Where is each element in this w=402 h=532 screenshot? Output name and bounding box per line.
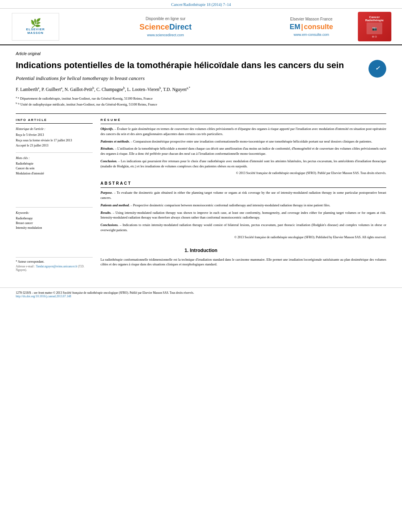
col-left: INFO ARTICLE Historique de l'article : R… bbox=[16, 118, 93, 240]
crossmark-icon: ✓ bbox=[368, 60, 386, 78]
conclusions-text: – Indications to retain intensity-modula… bbox=[100, 223, 386, 232]
article-content: Article original Indications potentielle… bbox=[0, 45, 402, 280]
journal-logo-box: Cancer Radiothérapie 📷 ⊞ ⊡ bbox=[358, 12, 391, 41]
keyword-en-2: Breast cancer bbox=[16, 221, 93, 225]
intro-section: 1. Introduction * Auteur correspondant. … bbox=[16, 248, 386, 272]
conclusions-label: Conclusions. bbox=[100, 223, 119, 227]
results-paragraph: Results. – Using intensity-modulated rad… bbox=[100, 210, 386, 221]
keywords-section-fr: Mots clés : Radiothérapie Cancer du sein… bbox=[16, 152, 93, 176]
keyword-fr-1: Radiothérapie bbox=[16, 161, 93, 166]
header-left: 🌿 ELSEVIER MASSON bbox=[8, 13, 63, 41]
patientes-label: Patientes et méthode. bbox=[100, 139, 130, 143]
page-wrapper: Cancer/Radiothérapie 18 (2014) 7–14 🌿 EL… bbox=[0, 0, 402, 532]
header-journal-logo: Cancer Radiothérapie 📷 ⊞ ⊡ bbox=[355, 12, 394, 41]
article-title-fr: Indications potentielles de la tomothéra… bbox=[16, 60, 386, 71]
sciencedirect-logo: ScienceDirect bbox=[140, 22, 192, 32]
available-label: Disponible en ligne sur bbox=[145, 17, 185, 21]
footer-doi[interactable]: http://dx.doi.org/10.1016/j.canrad.2013.… bbox=[16, 295, 386, 298]
header-right-em: Elsevier Masson France EM | consulte www… bbox=[268, 17, 355, 37]
intro-text-col: La radiothérapie conformationnelle tridi… bbox=[100, 257, 386, 272]
elsevier-brand: ELSEVIER bbox=[26, 28, 45, 31]
results-label: Results. bbox=[100, 211, 112, 215]
masson-brand: MASSON bbox=[27, 31, 43, 35]
keywords-label-en: Keywords: bbox=[16, 211, 93, 215]
purpose-label: Purpose. bbox=[100, 191, 113, 195]
affiliations: a ᵃ Département de radiothérapie, instit… bbox=[16, 96, 386, 107]
history-label: Historique de l'article : bbox=[16, 127, 93, 131]
footnote-asterisk: * Auteur correspondant. bbox=[16, 260, 93, 263]
accepted-date: Accepté le 23 juillet 2013 bbox=[16, 143, 93, 148]
keyword-fr-3: Modulation d'intensité bbox=[16, 171, 93, 176]
footnote-email: Adresse e-mail : Tandat.nguyen@reims.uni… bbox=[16, 265, 93, 272]
journal-citation: Cancer/Radiothérapie 18 (2014) 7–14 bbox=[171, 2, 231, 7]
intro-header: 1. Introduction bbox=[16, 248, 386, 253]
copyright-fr: © 2013 Société française de radiothérapi… bbox=[100, 171, 386, 176]
patients-text: – Prospective dosimetric comparison betw… bbox=[130, 203, 330, 207]
em-url: www.em-consulte.com bbox=[294, 33, 329, 37]
abstract-en-header: ABSTRACT bbox=[100, 180, 386, 188]
resultats-label: Résultats. bbox=[100, 146, 114, 150]
objectifs-paragraph: Objectifs. – Évaluer le gain dosimétriqu… bbox=[100, 126, 386, 137]
em-title: Elsevier Masson France bbox=[290, 17, 332, 21]
two-col-layout: INFO ARTICLE Historique de l'article : R… bbox=[16, 118, 386, 240]
em-consulte-logo: EM | consulte bbox=[290, 23, 333, 31]
purpose-paragraph: Purpose. – To evaluate the dosimetric ga… bbox=[100, 190, 386, 200]
article-type: Article original bbox=[16, 52, 386, 56]
received-date: Reçu le 5 février 2013 bbox=[16, 133, 93, 137]
col-right: RÉSUMÉ Objectifs. – Évaluer le gain dosi… bbox=[100, 118, 386, 240]
affiliation-a: a ᵃ Département de radiothérapie, instit… bbox=[16, 96, 386, 101]
patientes-paragraph: Patientes et méthode. – Comparaison dosi… bbox=[100, 139, 386, 144]
patients-label: Patients and method. bbox=[100, 203, 130, 207]
conclusion-fr-paragraph: Conclusion. – Les indications qui pourra… bbox=[100, 159, 386, 169]
conclusion-fr-label: Conclusion. bbox=[100, 159, 117, 163]
resultats-text: – L'utilisation de la tomothérapie hélic… bbox=[100, 146, 386, 156]
top-link-bar: Cancer/Radiothérapie 18 (2014) 7–14 bbox=[0, 0, 402, 9]
footnote-email-address[interactable]: Tandat.nguyen@reims.unicancer.fr bbox=[36, 265, 77, 268]
received-revised-date: Reçu sous la forme révisée le 17 juillet… bbox=[16, 138, 93, 143]
keywords-label-fr: Mots clés : bbox=[16, 156, 93, 160]
patients-paragraph: Patients and method. – Prospective dosim… bbox=[100, 203, 386, 208]
keywords-section-en: Keywords: Radiotherapy Breast cancer Int… bbox=[16, 207, 93, 230]
copyright-en: © 2013 Société française de radiothérapi… bbox=[100, 235, 386, 240]
page-footer: 1278-3218/$ – see front matter © 2013 So… bbox=[0, 287, 402, 301]
footer-issn: 1278-3218/$ – see front matter © 2013 So… bbox=[16, 291, 386, 295]
keyword-en-1: Radiotherapy bbox=[16, 216, 93, 221]
elsevier-logo: 🌿 ELSEVIER MASSON bbox=[12, 13, 59, 41]
info-article-header: INFO ARTICLE bbox=[16, 118, 93, 124]
purpose-text: – To evaluate the dosimetric gain obtain… bbox=[100, 191, 386, 200]
conclusions-paragraph: Conclusions. – Indications to retain int… bbox=[100, 222, 386, 233]
footnote-col: * Auteur correspondant. Adresse e-mail :… bbox=[16, 257, 93, 272]
resume-header: RÉSUMÉ bbox=[100, 118, 386, 124]
patientes-text: – Comparaison dosimétrique prospective e… bbox=[131, 139, 372, 143]
header-section: 🌿 ELSEVIER MASSON Disponible en ligne su… bbox=[0, 9, 402, 45]
conclusion-fr-text: – Les indications qui pourraient être re… bbox=[100, 159, 386, 168]
resultats-paragraph: Résultats. – L'utilisation de la tomothé… bbox=[100, 146, 386, 156]
sciencedirect-url: www.sciencedirect.com bbox=[147, 33, 184, 37]
objectifs-text: – Évaluer le gain dosimétrique en termes… bbox=[100, 127, 386, 136]
authors: F. Lambertha, P. Guilberta, N. Gaillot-P… bbox=[16, 86, 386, 93]
section-divider bbox=[16, 113, 386, 114]
keyword-en-3: Intensity modulation bbox=[16, 226, 93, 230]
intro-paragraph: La radiothérapie conformationnelle tridi… bbox=[100, 257, 386, 267]
results-text: – Using intensity-modulated radiation th… bbox=[100, 211, 386, 220]
objectifs-label: Objectifs. bbox=[100, 127, 114, 131]
author-list: F. Lambertha, P. Guilberta, N. Gaillot-P… bbox=[16, 87, 190, 92]
bottom-two-col: * Auteur correspondant. Adresse e-mail :… bbox=[16, 257, 386, 272]
article-title-en: Potential indications for helical tomoth… bbox=[16, 75, 386, 82]
affiliation-b: b ᵇ Unité de radiophysique médicale, ins… bbox=[16, 102, 386, 107]
header-center: Disponible en ligne sur ScienceDirect ww… bbox=[63, 17, 268, 37]
keyword-fr-2: Cancer du sein bbox=[16, 166, 93, 171]
